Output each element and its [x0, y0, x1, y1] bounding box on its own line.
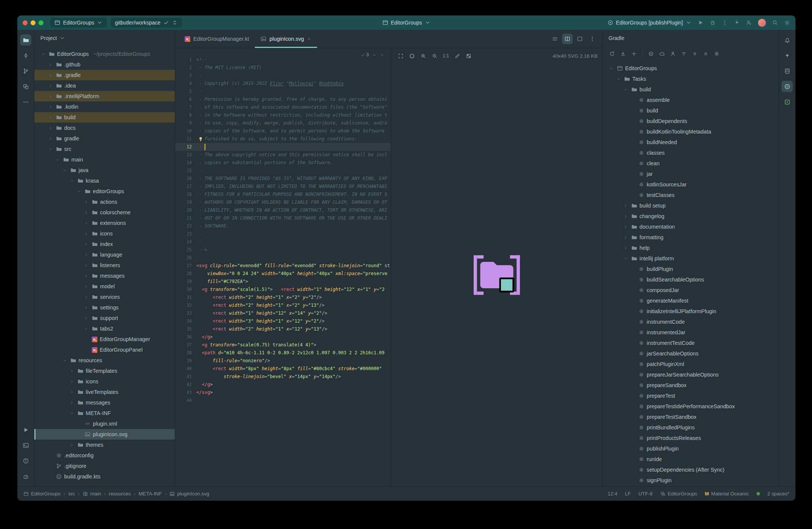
- status-indicator[interactable]: [757, 492, 760, 495]
- tree-item-buildsearchableoptions[interactable]: buildSearchableOptions: [602, 274, 778, 285]
- tree-item-main[interactable]: main: [34, 154, 175, 165]
- tree-item-actions[interactable]: actions: [34, 197, 175, 207]
- tree-item-messages[interactable]: messages: [34, 397, 175, 408]
- code-line-44[interactable]: 44: [175, 397, 391, 404]
- tree-item-jar[interactable]: jar: [602, 169, 778, 179]
- tree-item-assemble[interactable]: assemble: [602, 95, 778, 105]
- chevron-right-icon[interactable]: [83, 283, 89, 289]
- chevron-down-icon[interactable]: [68, 178, 75, 184]
- code-line-35[interactable]: 35 <rect width="2" height="1" x="12" y="…: [175, 325, 391, 333]
- inspections-widget[interactable]: 3: [361, 52, 385, 57]
- tree-item-testclasses[interactable]: testClasses: [602, 190, 778, 200]
- run-icon[interactable]: [20, 424, 31, 435]
- code-line-16[interactable]: 16 - THE SOFTWARE IS PROVIDED "AS IS", W…: [175, 175, 391, 183]
- sync-gradle-icon[interactable]: [607, 49, 617, 58]
- tree-item-gradle[interactable]: gradle: [34, 133, 175, 144]
- code-line-8[interactable]: 8 - in the Software without restriction,…: [175, 111, 391, 119]
- code-line-15[interactable]: 15 -: [175, 167, 391, 175]
- tree-item-meta-inf[interactable]: META-INF: [34, 408, 175, 418]
- code-line-19[interactable]: 19 - AUTHORS OR COPYRIGHT HOLDERS BE LIA…: [175, 198, 391, 206]
- breadcrumb-item-resources[interactable]: resources: [109, 491, 131, 497]
- chevron-right-icon[interactable]: [47, 104, 54, 110]
- prev-problem-icon[interactable]: [372, 52, 377, 57]
- tree-item-changelog[interactable]: changelog: [602, 211, 778, 221]
- filter-tasks-icon[interactable]: [679, 49, 689, 58]
- theme-widget[interactable]: MMaterial Oceanic: [705, 491, 749, 497]
- chevron-right-icon[interactable]: [47, 135, 54, 141]
- chevron-right-icon[interactable]: [622, 203, 629, 209]
- chevron-right-icon[interactable]: [83, 273, 89, 279]
- close-window-button[interactable]: [23, 20, 28, 25]
- code-line-3[interactable]: 3 -: [175, 72, 391, 80]
- tree-item-messages[interactable]: messages: [34, 271, 175, 281]
- collapse-all-icon[interactable]: [701, 49, 710, 58]
- chevron-right-icon[interactable]: [83, 294, 89, 300]
- run-button[interactable]: [698, 20, 704, 26]
- code-line-34[interactable]: 34 <rect width="3" height="1" x="12" y="…: [175, 317, 391, 325]
- tree-item-build[interactable]: build: [34, 112, 175, 123]
- edit-source-icon[interactable]: [452, 51, 462, 61]
- chevron-right-icon[interactable]: [83, 209, 89, 215]
- chevron-down-icon[interactable]: [622, 86, 629, 92]
- tree-item-editorgroupmanager[interactable]: KEditorGroupManager: [34, 334, 175, 344]
- code-line-6[interactable]: 6 - Permission is hereby granted, free o…: [175, 95, 391, 103]
- checkered-background-icon[interactable]: [464, 51, 473, 61]
- code-line-39[interactable]: 39 fill-rule="nonzero"/>: [175, 357, 391, 365]
- chevron-right-icon[interactable]: [47, 83, 54, 89]
- gradle-user-icon[interactable]: [668, 49, 678, 58]
- tree-item-gradle[interactable]: .gradle: [34, 70, 175, 80]
- code-line-14[interactable]: 14 - copies or substantial portions of t…: [175, 159, 391, 167]
- chevron-right-icon[interactable]: [83, 252, 89, 258]
- code-line-37[interactable]: 37 <g transform="scale(0.75) translate(4…: [175, 341, 391, 349]
- code-line-2[interactable]: 2 - The MIT License (MIT): [175, 64, 391, 72]
- chevron-right-icon[interactable]: [83, 241, 89, 247]
- editor-and-preview-icon[interactable]: [562, 34, 573, 44]
- tree-item-help[interactable]: help: [602, 243, 778, 253]
- chevron-down-icon[interactable]: [615, 76, 622, 82]
- tree-item-listeners[interactable]: listeners: [34, 260, 175, 271]
- tree-item-buildplugin[interactable]: buildPlugin: [602, 264, 778, 274]
- tree-item-themes[interactable]: themes: [34, 440, 175, 450]
- tree-item-index[interactable]: index: [34, 239, 175, 249]
- fit-content-icon[interactable]: [396, 51, 405, 61]
- code-line-4[interactable]: 4 - Copyright (c) 2015-2022 Elior "Mallo…: [175, 80, 391, 88]
- zoom-out-icon[interactable]: [430, 51, 439, 61]
- tree-item-src[interactable]: src: [34, 144, 175, 154]
- tree-item-icons[interactable]: icons: [34, 376, 175, 387]
- chevron-right-icon[interactable]: [622, 224, 629, 230]
- close-tab-icon[interactable]: [307, 37, 311, 41]
- code-line-23[interactable]: 23 -: [175, 230, 391, 238]
- tree-item-idea[interactable]: .idea: [34, 80, 175, 91]
- tree-item-documentation[interactable]: documentation: [602, 221, 778, 232]
- chevron-right-icon[interactable]: [47, 125, 54, 131]
- code-line-25[interactable]: 25 -->: [175, 246, 391, 254]
- intention-bulb-icon[interactable]: [197, 135, 204, 142]
- download-sources-icon[interactable]: [618, 49, 628, 58]
- code-line-1[interactable]: 1<!--: [175, 56, 391, 64]
- tree-item-services[interactable]: services: [34, 292, 175, 302]
- code-line-41[interactable]: 41 stroke-linejoin="bevel" x="14px" y="1…: [175, 373, 391, 381]
- file-list-icon[interactable]: [550, 34, 560, 44]
- minimize-window-button[interactable]: [31, 20, 35, 25]
- notifications-icon[interactable]: [781, 34, 793, 46]
- tree-item-setupdependencies-after-sync[interactable]: setupDependencies (After Sync): [602, 464, 778, 475]
- breadcrumb-item-main[interactable]: main: [83, 491, 101, 497]
- run-task-icon[interactable]: [646, 49, 656, 58]
- tree-item-runide[interactable]: runIde: [602, 454, 778, 464]
- tree-item-tasks[interactable]: Tasks: [602, 74, 778, 84]
- tree-item-preparetest[interactable]: prepareTest: [602, 391, 778, 401]
- code-line-43[interactable]: 43</svg>: [175, 389, 391, 397]
- tree-item-printbundledplugins[interactable]: printBundledPlugins: [602, 422, 778, 433]
- editor-tab-pluginicon-svg[interactable]: pluginIcon.svg: [255, 30, 317, 48]
- tree-item-build[interactable]: build: [602, 105, 778, 116]
- chevron-right-icon[interactable]: [68, 368, 75, 374]
- gradle-settings-icon[interactable]: [712, 49, 721, 58]
- offline-mode-icon[interactable]: [657, 49, 667, 58]
- tree-item-filetemplates[interactable]: fileTemplates: [34, 366, 175, 376]
- file-encoding[interactable]: UTF-8: [638, 491, 653, 497]
- project-view-icon[interactable]: [20, 34, 31, 46]
- tree-item-publishplugin[interactable]: publishPlugin: [602, 443, 778, 454]
- breadcrumb-item-meta-inf[interactable]: META-INF: [139, 491, 162, 497]
- tree-item-kotlinsourcesjar[interactable]: kotlinSourcesJar: [602, 179, 778, 190]
- tree-item-clean[interactable]: clean: [602, 158, 778, 169]
